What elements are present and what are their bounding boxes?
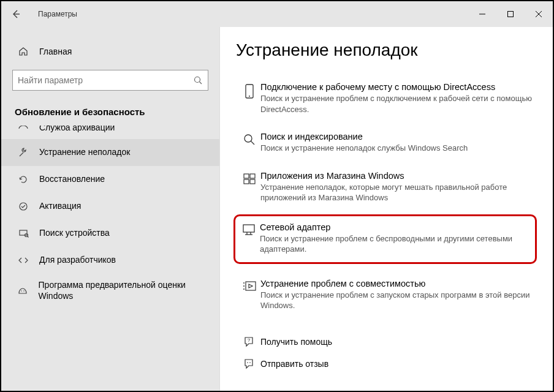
main-area: Главная Обновление и безопасность Служба…	[1, 27, 553, 391]
sidebar-item-label: Поиск устройства	[39, 228, 110, 239]
svg-rect-19	[250, 179, 255, 184]
troubleshoot-item-compatibility[interactable]: Устранение проблем с совместимостью Поис…	[236, 273, 537, 318]
nav-home[interactable]: Главная	[1, 40, 219, 62]
magnifier-icon	[238, 132, 260, 154]
windows-icon	[238, 171, 260, 203]
sidebar-item-label: Устранение неполадок	[39, 147, 130, 158]
svg-rect-17	[250, 174, 255, 178]
minimize-button[interactable]	[468, 1, 496, 27]
svg-point-13	[249, 96, 250, 97]
window-controls	[468, 1, 553, 27]
content-area: Устранение неполадок Подключение к рабоч…	[220, 27, 553, 391]
svg-text:?: ?	[248, 337, 251, 343]
sidebar-item-troubleshoot[interactable]: Устранение неполадок	[1, 139, 219, 166]
window-title: Параметры	[38, 10, 77, 18]
check-circle-icon	[15, 201, 32, 212]
sidebar-item-recovery[interactable]: Восстановление	[1, 166, 219, 193]
feedback-link[interactable]: Отправить отзыв	[236, 353, 537, 375]
media-icon	[238, 279, 260, 311]
svg-point-26	[243, 285, 245, 287]
feedback-label: Отправить отзыв	[260, 359, 328, 369]
troubleshoot-desc: Поиск и устранение неполадок службы Wind…	[260, 143, 534, 154]
sidebar-item-label: Для разработчиков	[39, 255, 116, 266]
svg-point-10	[21, 290, 22, 292]
feedback-icon	[238, 358, 260, 370]
get-help-link[interactable]: ? Получить помощь	[236, 331, 537, 353]
troubleshoot-desc: Поиск и устранение проблем с беспроводны…	[260, 233, 531, 255]
sidebar-item-developers[interactable]: Для разработчиков	[1, 247, 219, 274]
troubleshoot-desc: Поиск и устранение проблем с запуском ст…	[260, 290, 534, 311]
svg-point-25	[243, 282, 245, 284]
svg-rect-7	[20, 230, 27, 235]
close-button[interactable]	[525, 1, 553, 27]
troubleshoot-title: Приложения из Магазина Windows	[260, 171, 534, 181]
sidebar-item-label: Активация	[39, 201, 81, 212]
troubleshoot-title: Устранение проблем с совместимостью	[260, 279, 534, 288]
monitor-icon	[238, 222, 260, 255]
troubleshoot-desc: Поиск и устранение проблем с подключение…	[260, 93, 534, 115]
find-device-icon	[15, 228, 32, 239]
svg-rect-18	[244, 179, 249, 184]
maximize-button[interactable]	[496, 1, 525, 27]
troubleshoot-item-network-adapter[interactable]: Сетевой адаптер Поиск и устранение пробл…	[233, 214, 537, 264]
get-help-label: Получить помощь	[260, 337, 332, 347]
svg-rect-24	[246, 282, 256, 290]
sidebar-item-backup[interactable]: Служба архивации	[1, 126, 219, 139]
svg-point-4	[195, 77, 200, 83]
back-button[interactable]	[11, 9, 26, 19]
troubleshoot-title: Сетевой адаптер	[260, 222, 531, 232]
insider-icon	[15, 285, 31, 296]
troubleshoot-item-search[interactable]: Поиск и индексирование Поиск и устранени…	[236, 126, 537, 161]
help-icon: ?	[238, 336, 260, 348]
troubleshoot-item-store[interactable]: Приложения из Магазина Windows Устранени…	[236, 165, 537, 211]
nav-home-label: Главная	[39, 47, 72, 56]
search-input[interactable]	[18, 75, 193, 85]
sidebar-item-label: Восстановление	[39, 174, 105, 185]
code-icon	[15, 255, 32, 266]
svg-rect-1	[508, 12, 514, 17]
sidebar: Главная Обновление и безопасность Служба…	[1, 27, 220, 391]
troubleshoot-title: Поиск и индексирование	[260, 132, 534, 141]
search-box[interactable]	[12, 70, 208, 91]
svg-line-9	[28, 236, 29, 238]
home-icon	[15, 46, 32, 57]
sidebar-item-label: Служба архивации	[39, 126, 115, 133]
svg-line-15	[251, 141, 255, 145]
svg-point-11	[23, 290, 25, 292]
troubleshoot-desc: Устранение неполадок, которые могут меша…	[260, 182, 534, 203]
svg-point-29	[247, 362, 248, 363]
svg-point-14	[245, 135, 252, 142]
svg-point-27	[243, 288, 245, 290]
sidebar-item-label: Программа предварительной оценки Windows	[39, 280, 213, 301]
troubleshoot-title: Подключение к рабочему месту с помощью D…	[260, 82, 534, 92]
svg-point-30	[249, 362, 251, 363]
sidebar-item-find-device[interactable]: Поиск устройства	[1, 220, 219, 247]
svg-point-6	[20, 203, 27, 210]
recovery-icon	[15, 174, 32, 185]
device-icon	[238, 82, 260, 115]
sidebar-nav-list: Служба архивации Устранение неполадок Во…	[1, 126, 219, 307]
sidebar-item-activation[interactable]: Активация	[1, 193, 219, 220]
titlebar: Параметры	[1, 1, 553, 27]
search-icon	[193, 75, 203, 85]
troubleshoot-item-directaccess[interactable]: Подключение к рабочему месту с помощью D…	[236, 76, 537, 122]
svg-rect-20	[243, 225, 254, 232]
svg-line-5	[200, 82, 202, 85]
sidebar-item-insider[interactable]: Программа предварительной оценки Windows	[1, 274, 219, 307]
svg-rect-16	[244, 174, 249, 178]
backup-icon	[15, 126, 32, 133]
sidebar-section-header: Обновление и безопасность	[1, 100, 219, 126]
page-title: Устранение неполадок	[236, 40, 537, 60]
wrench-icon	[15, 147, 32, 158]
